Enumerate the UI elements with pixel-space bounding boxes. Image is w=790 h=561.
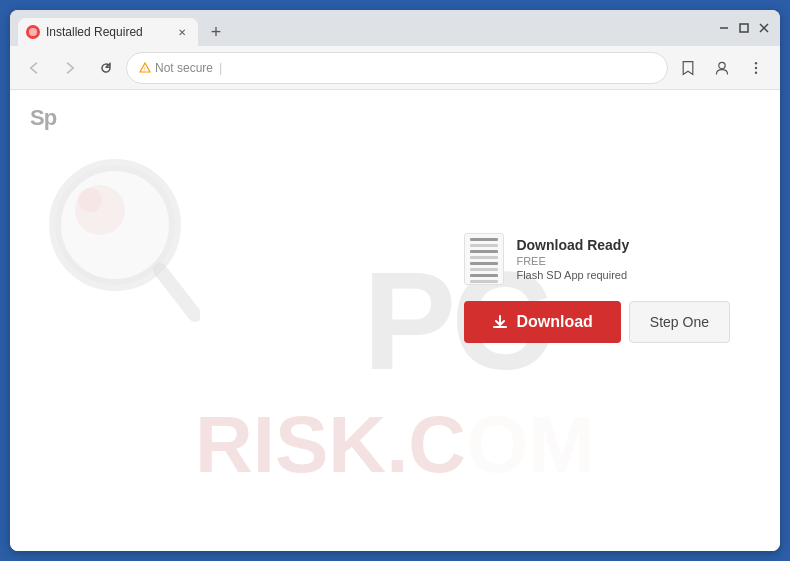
browser-window: Installed Required ✕ + <box>10 10 780 551</box>
tab-favicon <box>26 25 40 39</box>
download-info: Download Ready FREE Flash SD App require… <box>464 233 629 285</box>
sd-logo: Sp <box>30 105 56 131</box>
minimize-button[interactable] <box>716 20 732 36</box>
download-ready-label: Download Ready <box>516 237 629 253</box>
tab-close-button[interactable]: ✕ <box>174 24 190 40</box>
address-bar[interactable]: ! Not secure | <box>126 52 668 84</box>
step-one-button[interactable]: Step One <box>629 301 730 343</box>
new-tab-button[interactable]: + <box>202 18 230 46</box>
download-buttons: Download Step One <box>464 301 730 343</box>
nav-right-controls <box>672 52 772 84</box>
reload-button[interactable] <box>90 52 122 84</box>
download-icon <box>492 314 508 330</box>
forward-button[interactable] <box>54 52 86 84</box>
svg-point-6 <box>719 62 725 68</box>
menu-button[interactable] <box>740 52 772 84</box>
window-controls <box>716 20 772 36</box>
svg-line-13 <box>160 270 195 315</box>
close-button[interactable] <box>756 20 772 36</box>
download-button-label: Download <box>516 313 592 331</box>
download-required-label: Flash SD App required <box>516 269 629 281</box>
maximize-button[interactable] <box>736 20 752 36</box>
page-content: PC RISK.COM Sp <box>10 90 780 551</box>
svg-point-12 <box>78 188 102 212</box>
tab-area: Installed Required ✕ + <box>18 10 708 46</box>
not-secure-label: Not secure <box>155 61 213 75</box>
navigation-bar: ! Not secure | <box>10 46 780 90</box>
file-icon <box>464 233 504 285</box>
svg-point-8 <box>755 66 757 68</box>
download-button[interactable]: Download <box>464 301 620 343</box>
bookmark-button[interactable] <box>672 52 704 84</box>
magnifier-icon <box>40 150 200 330</box>
back-button[interactable] <box>18 52 50 84</box>
svg-point-7 <box>755 62 757 64</box>
watermark-risk: RISK.COM <box>195 399 595 491</box>
browser-tab[interactable]: Installed Required ✕ <box>18 18 198 46</box>
account-button[interactable] <box>706 52 738 84</box>
tab-title: Installed Required <box>46 25 168 39</box>
download-card: Download Ready FREE Flash SD App require… <box>464 233 730 343</box>
svg-rect-2 <box>740 24 748 32</box>
download-meta: Download Ready FREE Flash SD App require… <box>516 237 629 281</box>
svg-point-9 <box>755 71 757 73</box>
download-free-label: FREE <box>516 255 629 267</box>
title-bar: Installed Required ✕ + <box>10 10 780 46</box>
svg-point-0 <box>29 28 37 36</box>
not-secure-indicator: ! Not secure <box>139 61 213 75</box>
svg-text:!: ! <box>144 66 145 72</box>
